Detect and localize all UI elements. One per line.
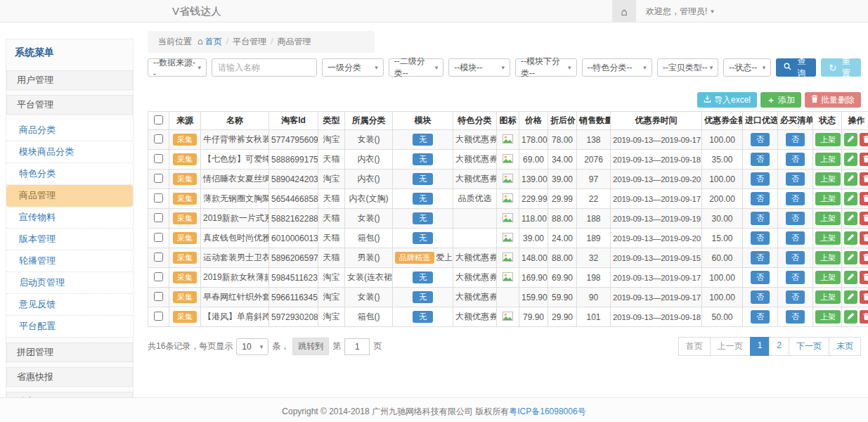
delete-button[interactable] [860, 231, 868, 245]
select-all-checkbox[interactable] [154, 115, 163, 124]
row-checkbox[interactable] [154, 292, 163, 301]
imported-badge[interactable]: 否 [751, 231, 770, 245]
edit-button[interactable] [844, 192, 857, 205]
delete-button[interactable] [860, 172, 868, 186]
imported-badge[interactable]: 否 [751, 290, 770, 304]
must-buy-badge[interactable]: 否 [786, 271, 805, 284]
must-buy-badge[interactable]: 否 [786, 192, 805, 205]
pager-button[interactable]: 2 [769, 337, 789, 356]
sidebar-item[interactable]: 特色分类 [6, 163, 133, 185]
imported-badge[interactable]: 否 [751, 192, 770, 205]
edit-button[interactable] [844, 231, 857, 245]
must-buy-badge[interactable]: 否 [786, 172, 805, 186]
must-buy-badge[interactable]: 否 [786, 212, 805, 225]
row-checkbox[interactable] [154, 272, 163, 281]
filter-select[interactable]: --模块-- ▾ [448, 58, 510, 77]
status-badge[interactable]: 上架 [815, 153, 841, 166]
sidebar-item[interactable]: 版本管理 [6, 229, 133, 250]
pager-button[interactable]: 1 [750, 337, 770, 356]
filter-select[interactable]: --状态-- ▾ [723, 58, 771, 77]
imported-badge[interactable]: 否 [751, 212, 770, 225]
sidebar-item[interactable]: 商品分类 [6, 120, 133, 141]
pager-button[interactable]: 末页 [829, 337, 861, 356]
must-buy-badge[interactable]: 否 [786, 133, 805, 146]
edit-button[interactable] [844, 153, 857, 166]
sidebar-item[interactable]: 宣传物料 [6, 207, 133, 229]
filter-select[interactable]: --模块下分类-- ▾ [515, 58, 577, 77]
sidebar-item[interactable]: 平台管理 [6, 95, 133, 115]
status-badge[interactable]: 上架 [815, 251, 841, 264]
must-buy-badge[interactable]: 否 [786, 310, 805, 324]
row-checkbox[interactable] [154, 174, 163, 183]
row-checkbox[interactable] [154, 154, 163, 163]
imported-badge[interactable]: 否 [751, 172, 770, 186]
batch-delete-button[interactable]: 批量删除 [805, 92, 861, 108]
sidebar-item[interactable]: 商品管理 [6, 185, 133, 207]
delete-button[interactable] [860, 153, 868, 166]
import-excel-button[interactable]: 导入excel [697, 92, 757, 108]
sidebar-item[interactable]: 平台配置 [6, 316, 133, 338]
row-checkbox[interactable] [154, 233, 163, 242]
breadcrumb-home-link[interactable]: 首页 [205, 37, 222, 46]
edit-button[interactable] [844, 133, 857, 146]
home-button[interactable]: ⌂ [612, 0, 636, 23]
sidebar-item[interactable]: 意见反馈 [6, 294, 133, 316]
delete-button[interactable] [860, 192, 868, 205]
add-button[interactable]: ＋ 添加 [760, 92, 801, 108]
row-checkbox[interactable] [154, 312, 163, 321]
delete-button[interactable] [860, 290, 868, 304]
row-checkbox[interactable] [154, 213, 163, 222]
jump-button[interactable]: 跳转到 [292, 338, 329, 355]
imported-badge[interactable]: 否 [751, 310, 770, 324]
edit-button[interactable] [844, 290, 857, 304]
must-buy-badge[interactable]: 否 [786, 153, 805, 166]
pager-button[interactable]: 下一页 [789, 337, 829, 356]
status-badge[interactable]: 上架 [815, 271, 841, 284]
edit-button[interactable] [844, 310, 857, 324]
filter-select[interactable]: 一级分类 ▾ [322, 58, 384, 77]
must-buy-badge[interactable]: 否 [786, 290, 805, 304]
row-checkbox[interactable] [154, 193, 163, 203]
imported-badge[interactable]: 否 [751, 153, 770, 166]
edit-button[interactable] [844, 172, 857, 186]
search-button[interactable]: 查询 [776, 58, 816, 77]
per-page-select[interactable]: 10 ▾ [236, 338, 268, 355]
status-badge[interactable]: 上架 [815, 310, 841, 324]
sidebar-item[interactable]: 省惠快报 [6, 367, 133, 387]
row-checkbox[interactable] [154, 252, 163, 262]
page-number-input[interactable] [344, 338, 370, 355]
delete-button[interactable] [860, 133, 868, 146]
filter-select[interactable]: --二级分类-- ▾ [389, 58, 444, 77]
reset-button[interactable]: ↻ 重置 [821, 58, 861, 77]
sidebar-item[interactable]: 轮播管理 [6, 250, 133, 272]
edit-button[interactable] [844, 251, 857, 264]
sidebar-item[interactable]: 模块商品分类 [6, 141, 133, 163]
delete-button[interactable] [860, 251, 868, 264]
must-buy-badge[interactable]: 否 [786, 251, 805, 264]
icp-link[interactable]: 粤ICP备16098006号 [509, 407, 585, 416]
pager-button[interactable]: 上一页 [710, 337, 751, 356]
status-badge[interactable]: 上架 [815, 192, 841, 205]
user-menu[interactable]: 欢迎您，管理员! ▾ [636, 0, 868, 23]
status-badge[interactable]: 上架 [815, 290, 841, 304]
status-badge[interactable]: 上架 [815, 212, 841, 225]
status-badge[interactable]: 上架 [815, 231, 841, 245]
edit-button[interactable] [844, 212, 857, 225]
imported-badge[interactable]: 否 [751, 271, 770, 284]
sidebar-item[interactable]: 启动页管理 [6, 272, 133, 294]
imported-badge[interactable]: 否 [751, 251, 770, 264]
delete-button[interactable] [860, 310, 868, 324]
pager-button[interactable]: 首页 [678, 337, 711, 356]
sidebar-item[interactable]: 拼团管理 [6, 343, 133, 362]
edit-button[interactable] [844, 271, 857, 284]
status-badge[interactable]: 上架 [815, 133, 841, 146]
sidebar-item[interactable]: 用户管理 [6, 70, 133, 90]
filter-select[interactable]: --特色分类-- ▾ [582, 58, 652, 77]
row-checkbox[interactable] [154, 134, 163, 143]
delete-button[interactable] [860, 212, 868, 225]
imported-badge[interactable]: 否 [751, 133, 770, 146]
filter-select[interactable]: --宝贝类型-- ▾ [657, 58, 719, 77]
delete-button[interactable] [860, 271, 868, 284]
must-buy-badge[interactable]: 否 [786, 231, 805, 245]
data-source-select[interactable]: --数据来源-- ▾ [148, 58, 207, 77]
